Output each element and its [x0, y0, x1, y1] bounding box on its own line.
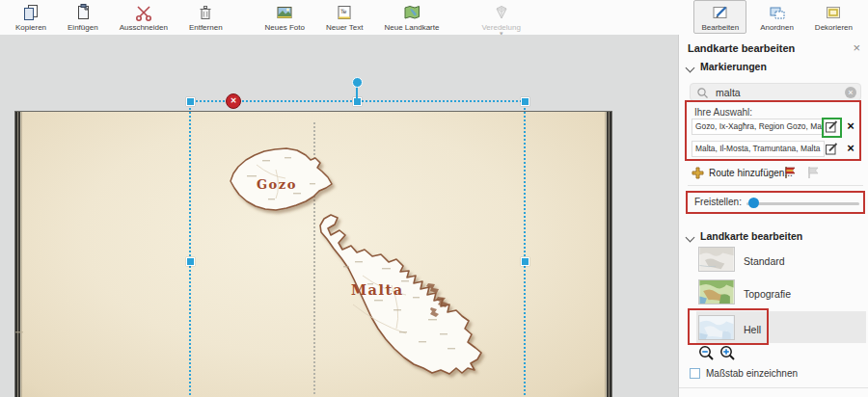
arrange-icon	[768, 3, 787, 22]
map-edit-panel: Landkarte bearbeiten × Markierungen malt…	[678, 35, 868, 397]
copy-label: Kopieren	[15, 23, 46, 32]
selected-place-row[interactable]: Gozo, Ix-Xagħra, Region Gozo, Malta	[692, 119, 825, 135]
cut-button[interactable]: Ausschneiden	[112, 0, 176, 38]
chevron-down-icon[interactable]	[686, 64, 695, 73]
selection-handle-mid-right[interactable]	[521, 257, 529, 266]
search-value: malta	[716, 87, 741, 98]
photo-icon	[275, 3, 294, 22]
embellishment-button: Veredelung ▾	[474, 0, 528, 38]
new-text-label: Neuer Text	[326, 23, 364, 32]
decorate-mode-label: Dekorieren	[815, 23, 853, 32]
panel-title: Landkarte bearbeiten	[688, 42, 795, 54]
rotation-handle[interactable]	[352, 77, 363, 88]
style-label-topografie[interactable]: Topografie	[744, 288, 791, 300]
selected-place-row[interactable]: Malta, Il-Mosta, Tramuntana, Malta	[692, 141, 825, 157]
route-flag-icon[interactable]	[782, 165, 798, 180]
remove-button[interactable]: Entfernen	[181, 0, 231, 38]
decorate-icon	[824, 3, 843, 22]
add-route-button[interactable]: Route hinzufügen...	[692, 166, 793, 180]
freistellen-label: Freistellen:	[694, 197, 742, 207]
cut-label: Ausschneiden	[120, 23, 168, 32]
toolbar: Kopieren Einfügen Ausschneiden Entfernen…	[0, 0, 868, 36]
toolbar-left-group: Kopieren Einfügen Ausschneiden Entfernen…	[0, 0, 534, 38]
edit-icon	[711, 3, 730, 22]
edit-place-icon[interactable]	[825, 119, 839, 134]
arrange-mode-label: Anordnen	[760, 23, 794, 32]
new-map-label: Neue Landkarte	[385, 23, 440, 32]
freistellen-slider-track[interactable]	[746, 202, 859, 205]
scissors-icon	[134, 3, 153, 22]
freistellen-slider-handle[interactable]	[748, 198, 759, 208]
style-thumb-hell[interactable]	[698, 315, 735, 340]
add-plus-icon	[692, 167, 704, 179]
edit-mode-label: Bearbeiten	[701, 23, 739, 32]
edit-place-icon[interactable]	[825, 142, 839, 156]
close-icon[interactable]: ×	[853, 40, 860, 55]
copy-icon	[21, 3, 41, 22]
app-window: Kopieren Einfügen Ausschneiden Entfernen…	[0, 0, 868, 397]
scale-checkbox-label: Maßstab einzeichnen	[706, 368, 798, 379]
edit-mode-button[interactable]: Bearbeiten	[693, 0, 746, 34]
search-clear-button[interactable]: ×	[845, 87, 856, 98]
zoom-in-icon[interactable]	[719, 345, 736, 361]
route-flag-disabled-icon	[805, 165, 821, 180]
diamond-icon	[492, 3, 511, 22]
decorate-mode-button[interactable]: Dekorieren	[807, 0, 860, 34]
arrange-mode-button[interactable]: Anordnen	[752, 0, 801, 34]
paste-label: Einfügen	[68, 23, 98, 32]
svg-text:Te: Te	[339, 8, 347, 14]
section-markierungen-header[interactable]: Markierungen	[700, 61, 767, 72]
remove-place-button[interactable]: ×	[844, 119, 857, 133]
selection-handle-mid-left[interactable]	[186, 257, 195, 266]
trash-icon	[196, 3, 215, 22]
style-thumb-standard[interactable]	[698, 247, 735, 272]
new-photo-label: Neues Foto	[265, 23, 305, 32]
copy-button[interactable]: Kopieren	[8, 0, 54, 38]
paste-button[interactable]: Einfügen	[60, 0, 106, 38]
selection-handle-top-right[interactable]	[521, 97, 529, 106]
section-map-edit-header[interactable]: Landkarte bearbeiten	[700, 230, 802, 242]
paste-icon	[73, 3, 93, 22]
map-icon	[402, 3, 421, 22]
add-route-label: Route hinzufügen...	[709, 168, 793, 178]
zoom-out-icon[interactable]	[698, 345, 715, 361]
location-search-input[interactable]: malta ×	[690, 83, 861, 101]
toolbar-right-group: Bearbeiten Anordnen Dekorieren	[693, 0, 866, 34]
selection-list-label: Ihre Auswahl:	[694, 107, 752, 118]
style-label-hell[interactable]: Hell	[744, 324, 761, 335]
canvas-workspace: Gozo Malta ✕	[0, 35, 678, 397]
remove-label: Entfernen	[189, 23, 223, 32]
delete-element-handle[interactable]: ✕	[226, 93, 241, 109]
divider	[688, 185, 863, 186]
new-map-button[interactable]: Neue Landkarte	[377, 0, 448, 38]
new-text-button[interactable]: Te Neuer Text	[318, 0, 371, 38]
selection-handle-top-left[interactable]	[186, 97, 195, 106]
remove-place-button[interactable]: ×	[844, 142, 857, 155]
search-icon	[696, 87, 709, 99]
text-icon: Te	[335, 3, 354, 22]
map-element-selection[interactable]	[189, 100, 526, 397]
scale-checkbox[interactable]	[690, 368, 700, 379]
chevron-down-icon[interactable]	[686, 233, 695, 243]
new-photo-button[interactable]: Neues Foto	[258, 0, 312, 38]
style-label-standard[interactable]: Standard	[744, 255, 785, 267]
divider	[679, 387, 868, 388]
style-thumb-topografie[interactable]	[698, 279, 735, 304]
